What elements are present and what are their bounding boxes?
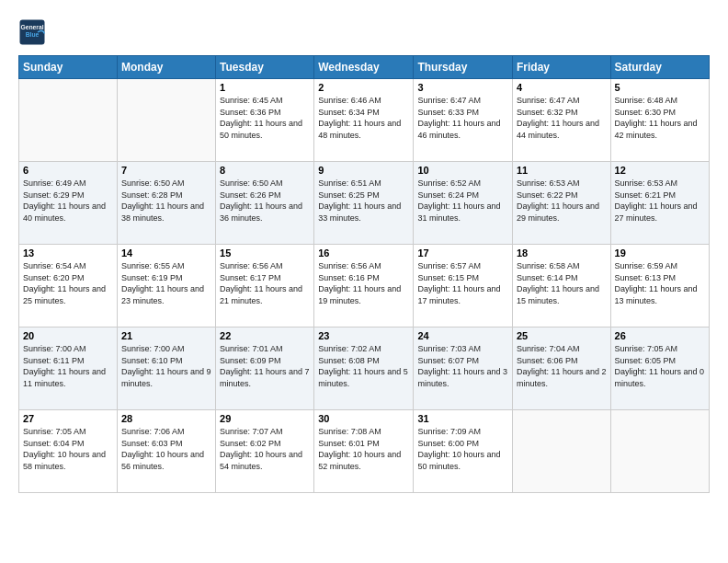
day-info: Sunrise: 7:07 AM Sunset: 6:02 PM Dayligh… <box>220 426 310 472</box>
day-info: Sunrise: 6:57 AM Sunset: 6:15 PM Dayligh… <box>417 260 508 306</box>
day-number: 1 <box>220 82 310 93</box>
calendar-cell: 1Sunrise: 6:45 AM Sunset: 6:36 PM Daylig… <box>216 79 314 162</box>
day-number: 23 <box>318 330 409 341</box>
day-info: Sunrise: 6:55 AM Sunset: 6:19 PM Dayligh… <box>121 260 211 306</box>
calendar-cell: 7Sunrise: 6:50 AM Sunset: 6:28 PM Daylig… <box>117 162 215 245</box>
calendar-cell: 6Sunrise: 6:49 AM Sunset: 6:29 PM Daylig… <box>19 162 118 245</box>
calendar-cell: 10Sunrise: 6:52 AM Sunset: 6:24 PM Dayli… <box>414 162 513 245</box>
day-info: Sunrise: 7:05 AM Sunset: 6:04 PM Dayligh… <box>23 426 113 472</box>
week-row-3: 13Sunrise: 6:54 AM Sunset: 6:20 PM Dayli… <box>19 245 710 327</box>
day-info: Sunrise: 6:46 AM Sunset: 6:34 PM Dayligh… <box>318 95 409 141</box>
day-number: 3 <box>417 82 508 93</box>
day-info: Sunrise: 6:47 AM Sunset: 6:32 PM Dayligh… <box>517 95 607 141</box>
column-header-monday: Monday <box>117 56 215 79</box>
day-info: Sunrise: 7:08 AM Sunset: 6:01 PM Dayligh… <box>318 426 409 472</box>
day-number: 14 <box>121 247 211 259</box>
day-number: 12 <box>615 165 705 176</box>
day-info: Sunrise: 7:01 AM Sunset: 6:09 PM Dayligh… <box>220 343 310 389</box>
day-number: 11 <box>517 165 607 176</box>
day-number: 18 <box>517 247 607 259</box>
calendar-cell: 30Sunrise: 7:08 AM Sunset: 6:01 PM Dayli… <box>314 410 414 493</box>
column-header-tuesday: Tuesday <box>216 56 314 79</box>
calendar-cell: 19Sunrise: 6:59 AM Sunset: 6:13 PM Dayli… <box>610 245 709 327</box>
calendar-cell: 31Sunrise: 7:09 AM Sunset: 6:00 PM Dayli… <box>414 410 513 493</box>
day-info: Sunrise: 6:59 AM Sunset: 6:13 PM Dayligh… <box>615 260 705 306</box>
calendar-cell: 17Sunrise: 6:57 AM Sunset: 6:15 PM Dayli… <box>414 245 513 327</box>
day-number: 24 <box>417 330 508 341</box>
day-number: 13 <box>23 247 113 259</box>
week-row-5: 27Sunrise: 7:05 AM Sunset: 6:04 PM Dayli… <box>19 410 710 493</box>
day-info: Sunrise: 6:50 AM Sunset: 6:26 PM Dayligh… <box>220 178 310 224</box>
calendar-cell: 25Sunrise: 7:04 AM Sunset: 6:06 PM Dayli… <box>512 327 610 410</box>
day-number: 8 <box>220 165 310 176</box>
day-info: Sunrise: 6:47 AM Sunset: 6:33 PM Dayligh… <box>417 95 508 141</box>
day-info: Sunrise: 6:51 AM Sunset: 6:25 PM Dayligh… <box>318 178 409 224</box>
day-info: Sunrise: 6:54 AM Sunset: 6:20 PM Dayligh… <box>23 260 113 306</box>
day-number: 28 <box>121 413 211 424</box>
header-row: SundayMondayTuesdayWednesdayThursdayFrid… <box>19 56 710 79</box>
day-number: 17 <box>417 247 508 259</box>
day-number: 15 <box>220 247 310 259</box>
day-number: 9 <box>318 165 409 176</box>
calendar-cell: 29Sunrise: 7:07 AM Sunset: 6:02 PM Dayli… <box>216 410 314 493</box>
day-number: 10 <box>417 165 508 176</box>
calendar-cell: 15Sunrise: 6:56 AM Sunset: 6:17 PM Dayli… <box>216 245 314 327</box>
day-info: Sunrise: 6:50 AM Sunset: 6:28 PM Dayligh… <box>121 178 211 224</box>
calendar-cell: 12Sunrise: 6:53 AM Sunset: 6:21 PM Dayli… <box>610 162 709 245</box>
calendar-cell <box>117 79 215 162</box>
column-header-saturday: Saturday <box>610 56 709 79</box>
calendar-cell: 18Sunrise: 6:58 AM Sunset: 6:14 PM Dayli… <box>512 245 610 327</box>
calendar-cell: 3Sunrise: 6:47 AM Sunset: 6:33 PM Daylig… <box>414 79 513 162</box>
day-info: Sunrise: 7:03 AM Sunset: 6:07 PM Dayligh… <box>417 343 508 389</box>
column-header-thursday: Thursday <box>414 56 513 79</box>
day-number: 19 <box>615 247 705 259</box>
day-number: 2 <box>318 82 409 93</box>
calendar-cell: 2Sunrise: 6:46 AM Sunset: 6:34 PM Daylig… <box>314 79 414 162</box>
day-info: Sunrise: 7:06 AM Sunset: 6:03 PM Dayligh… <box>121 426 211 472</box>
day-info: Sunrise: 6:49 AM Sunset: 6:29 PM Dayligh… <box>23 178 113 224</box>
day-number: 29 <box>220 413 310 424</box>
calendar-cell: 16Sunrise: 6:56 AM Sunset: 6:16 PM Dayli… <box>314 245 414 327</box>
week-row-1: 1Sunrise: 6:45 AM Sunset: 6:36 PM Daylig… <box>19 79 710 162</box>
calendar-cell: 4Sunrise: 6:47 AM Sunset: 6:32 PM Daylig… <box>512 79 610 162</box>
calendar-cell: 8Sunrise: 6:50 AM Sunset: 6:26 PM Daylig… <box>216 162 314 245</box>
week-row-2: 6Sunrise: 6:49 AM Sunset: 6:29 PM Daylig… <box>19 162 710 245</box>
calendar-cell: 24Sunrise: 7:03 AM Sunset: 6:07 PM Dayli… <box>414 327 513 410</box>
calendar-cell: 13Sunrise: 6:54 AM Sunset: 6:20 PM Dayli… <box>19 245 118 327</box>
day-info: Sunrise: 6:48 AM Sunset: 6:30 PM Dayligh… <box>615 95 705 141</box>
day-number: 30 <box>318 413 409 424</box>
day-number: 16 <box>318 247 409 259</box>
calendar-cell: 9Sunrise: 6:51 AM Sunset: 6:25 PM Daylig… <box>314 162 414 245</box>
day-number: 20 <box>23 330 113 341</box>
calendar-cell: 22Sunrise: 7:01 AM Sunset: 6:09 PM Dayli… <box>216 327 314 410</box>
day-info: Sunrise: 6:53 AM Sunset: 6:21 PM Dayligh… <box>615 178 705 224</box>
calendar-cell: 5Sunrise: 6:48 AM Sunset: 6:30 PM Daylig… <box>610 79 709 162</box>
day-info: Sunrise: 7:00 AM Sunset: 6:11 PM Dayligh… <box>23 343 113 389</box>
day-number: 31 <box>417 413 508 424</box>
day-number: 6 <box>23 165 113 176</box>
calendar-cell: 21Sunrise: 7:00 AM Sunset: 6:10 PM Dayli… <box>117 327 215 410</box>
day-info: Sunrise: 6:52 AM Sunset: 6:24 PM Dayligh… <box>417 178 508 224</box>
column-header-wednesday: Wednesday <box>314 56 414 79</box>
calendar-cell: 20Sunrise: 7:00 AM Sunset: 6:11 PM Dayli… <box>19 327 118 410</box>
calendar-cell <box>19 79 118 162</box>
calendar-cell: 28Sunrise: 7:06 AM Sunset: 6:03 PM Dayli… <box>117 410 215 493</box>
day-info: Sunrise: 7:00 AM Sunset: 6:10 PM Dayligh… <box>121 343 211 389</box>
day-number: 22 <box>220 330 310 341</box>
svg-text:General: General <box>20 24 43 30</box>
calendar-table: SundayMondayTuesdayWednesdayThursdayFrid… <box>18 55 710 493</box>
calendar-cell: 26Sunrise: 7:05 AM Sunset: 6:05 PM Dayli… <box>610 327 709 410</box>
day-info: Sunrise: 6:56 AM Sunset: 6:16 PM Dayligh… <box>318 260 409 306</box>
day-number: 25 <box>517 330 607 341</box>
week-row-4: 20Sunrise: 7:00 AM Sunset: 6:11 PM Dayli… <box>19 327 710 410</box>
day-info: Sunrise: 6:58 AM Sunset: 6:14 PM Dayligh… <box>517 260 607 306</box>
column-header-friday: Friday <box>512 56 610 79</box>
logo: General Blue <box>18 18 50 46</box>
day-info: Sunrise: 7:05 AM Sunset: 6:05 PM Dayligh… <box>615 343 705 389</box>
calendar-cell: 11Sunrise: 6:53 AM Sunset: 6:22 PM Dayli… <box>512 162 610 245</box>
calendar-cell <box>610 410 709 493</box>
svg-text:Blue: Blue <box>26 31 40 38</box>
day-number: 7 <box>121 165 211 176</box>
day-info: Sunrise: 6:53 AM Sunset: 6:22 PM Dayligh… <box>517 178 607 224</box>
calendar-cell <box>512 410 610 493</box>
